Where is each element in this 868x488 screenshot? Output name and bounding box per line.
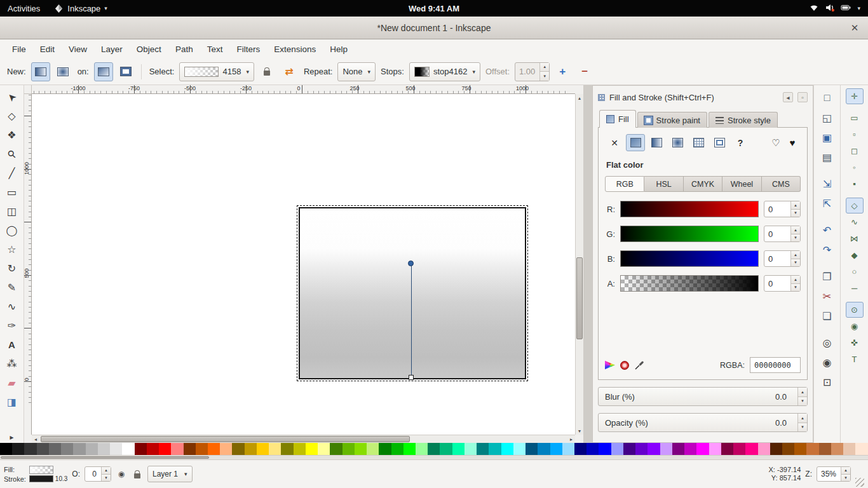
snap-object-centers-button[interactable]: ◉ bbox=[846, 318, 864, 334]
palette-swatch-44[interactable] bbox=[538, 443, 550, 455]
spin-up-icon[interactable]: ▲ bbox=[798, 414, 807, 423]
repeat-dropdown[interactable]: None ▾ bbox=[337, 62, 376, 81]
spin-down-icon[interactable]: ▼ bbox=[791, 234, 800, 242]
rgba-entry[interactable]: 00000000 bbox=[750, 357, 801, 373]
panel-shade-button[interactable]: ◂ bbox=[783, 92, 793, 102]
tab-stroke-paint[interactable]: Stroke paint bbox=[637, 112, 707, 128]
tab-fill[interactable]: Fill bbox=[599, 110, 636, 128]
spin-up-icon[interactable]: ▲ bbox=[791, 201, 800, 209]
spin-up-icon[interactable]: ▲ bbox=[791, 276, 800, 283]
palette-swatch-68[interactable] bbox=[831, 443, 843, 455]
tool-star[interactable]: ☆ bbox=[3, 240, 22, 259]
tool-eraser[interactable]: ▰ bbox=[3, 374, 22, 392]
palette-swatch-49[interactable] bbox=[599, 443, 611, 455]
palette-swatch-37[interactable] bbox=[452, 443, 465, 455]
activities-button[interactable]: Activities bbox=[0, 0, 48, 17]
palette-swatch-34[interactable] bbox=[416, 443, 428, 455]
palette-swatch-70[interactable] bbox=[855, 443, 867, 455]
spinner-arrows[interactable]: ▲ ▼ bbox=[539, 63, 549, 81]
fill-rule-evenodd-button[interactable]: ♡ bbox=[768, 135, 784, 151]
gradient-start-handle[interactable] bbox=[408, 261, 414, 266]
tool-text[interactable]: A bbox=[3, 336, 22, 354]
spin-down-icon[interactable]: ▼ bbox=[540, 71, 549, 81]
palette-swatch-35[interactable] bbox=[428, 443, 440, 455]
palette-swatch-8[interactable] bbox=[98, 443, 110, 455]
fill-rule-nonzero-button[interactable]: ♥ bbox=[784, 135, 801, 151]
command-redo-button[interactable]: ↷ bbox=[817, 240, 837, 259]
command-cut-button[interactable]: ✂ bbox=[817, 287, 837, 306]
palette-swatch-17[interactable] bbox=[208, 443, 220, 455]
palette-swatch-9[interactable] bbox=[110, 443, 122, 455]
paint-flat-color-button[interactable] bbox=[626, 134, 645, 151]
command-export-button[interactable]: ⇱ bbox=[817, 194, 837, 213]
spin-up-icon[interactable]: ▲ bbox=[540, 63, 549, 72]
palette-swatch-38[interactable] bbox=[465, 443, 477, 455]
command-new-document-button[interactable]: □ bbox=[817, 88, 837, 107]
palette-swatch-19[interactable] bbox=[232, 443, 244, 455]
tool-bezier-pen[interactable]: ∿ bbox=[3, 297, 22, 316]
layer-visibility-icon[interactable]: ◉ bbox=[116, 468, 127, 480]
palette-swatch-59[interactable] bbox=[721, 443, 733, 455]
blue-channel-spinbox[interactable]: 0▲▼ bbox=[764, 250, 801, 267]
colorspace-tab-hsl[interactable]: HSL bbox=[644, 176, 683, 192]
tool-ellipse[interactable]: ◯ bbox=[3, 221, 22, 240]
menu-help[interactable]: Help bbox=[323, 39, 355, 58]
palette-swatch-0[interactable] bbox=[0, 443, 12, 455]
palette-swatch-16[interactable] bbox=[196, 443, 208, 455]
gradient-select-dropdown[interactable]: 4158 ▾ bbox=[179, 62, 254, 81]
command-copy-button[interactable]: ❐ bbox=[817, 267, 837, 286]
snap-others-button[interactable]: ⊙ bbox=[846, 302, 864, 318]
snap-nodes-button[interactable]: ◇ bbox=[846, 198, 864, 214]
scroll-up-icon[interactable]: ▴ bbox=[576, 94, 583, 102]
window-title-bar[interactable]: *New document 1 - Inkscape ✕ bbox=[0, 17, 868, 39]
paint-linear-gradient-button[interactable] bbox=[647, 134, 666, 151]
spin-down-icon[interactable]: ▼ bbox=[102, 474, 111, 482]
spin-up-icon[interactable]: ▲ bbox=[841, 467, 850, 474]
palette-swatch-40[interactable] bbox=[489, 443, 501, 455]
palette-swatch-54[interactable] bbox=[660, 443, 672, 455]
apply-to-stroke-button[interactable] bbox=[116, 62, 135, 81]
vertical-ruler[interactable]: 10005000 bbox=[24, 94, 32, 435]
palette-swatch-4[interactable] bbox=[49, 443, 61, 455]
palette-swatch-5[interactable] bbox=[61, 443, 73, 455]
palette-scrollbar-thumb[interactable] bbox=[1, 456, 209, 459]
snapping-enable-button[interactable]: ✛ bbox=[846, 88, 864, 104]
reverse-gradient-button[interactable]: ⇄ bbox=[280, 62, 299, 81]
command-save-button[interactable]: ▣ bbox=[817, 128, 837, 147]
palette-swatch-64[interactable] bbox=[782, 443, 794, 455]
palette-swatch-45[interactable] bbox=[550, 443, 562, 455]
alpha-channel-slider[interactable] bbox=[620, 275, 759, 292]
palette-swatch-57[interactable] bbox=[696, 443, 709, 455]
palette-swatch-56[interactable] bbox=[684, 443, 696, 455]
snap-bbox-edge-midpoints-button[interactable]: ◦ bbox=[846, 159, 864, 175]
palette-swatch-31[interactable] bbox=[379, 443, 391, 455]
palette-swatch-27[interactable] bbox=[330, 443, 342, 455]
close-window-button[interactable]: ✕ bbox=[848, 21, 862, 35]
opacity-spinbox[interactable]: Opacity (%) 0.0 ▲ ▼ bbox=[598, 413, 808, 432]
palette-swatch-7[interactable] bbox=[86, 443, 98, 455]
spin-down-icon[interactable]: ▼ bbox=[791, 259, 800, 267]
command-print-button[interactable]: ▤ bbox=[817, 147, 837, 166]
snap-cusp-nodes-button[interactable]: ◆ bbox=[846, 247, 864, 263]
scroll-right-icon[interactable]: ▸ bbox=[567, 435, 575, 443]
snap-text-baselines-button[interactable]: T bbox=[846, 351, 864, 367]
scroll-down-icon[interactable]: ▾ bbox=[576, 427, 583, 435]
tool-rectangle[interactable]: ▭ bbox=[3, 183, 22, 201]
tool-spray[interactable]: ⁂ bbox=[3, 355, 22, 373]
color-triangle-icon[interactable] bbox=[605, 360, 615, 370]
tab-stroke-style[interactable]: Stroke style bbox=[709, 112, 778, 128]
paint-swatch-btn-button[interactable] bbox=[710, 134, 729, 151]
paint-unknown-button[interactable]: ? bbox=[731, 134, 750, 151]
command-zoom-selection-button[interactable]: ◎ bbox=[817, 333, 837, 352]
horizontal-ruler[interactable]: -1000-750-500-25002505007501000 bbox=[32, 85, 575, 94]
palette-swatch-60[interactable] bbox=[733, 443, 745, 455]
linear-gradient-type-button[interactable] bbox=[31, 62, 50, 81]
palette-swatch-46[interactable] bbox=[562, 443, 574, 455]
selected-rectangle[interactable] bbox=[299, 207, 526, 379]
layer-selector[interactable]: Layer 1 ▾ bbox=[147, 466, 193, 482]
palette-swatch-58[interactable] bbox=[709, 443, 721, 455]
palette-swatch-50[interactable] bbox=[611, 443, 623, 455]
menu-object[interactable]: Object bbox=[130, 39, 168, 58]
palette-swatch-14[interactable] bbox=[171, 443, 183, 455]
paint-pattern-button[interactable] bbox=[689, 134, 708, 151]
